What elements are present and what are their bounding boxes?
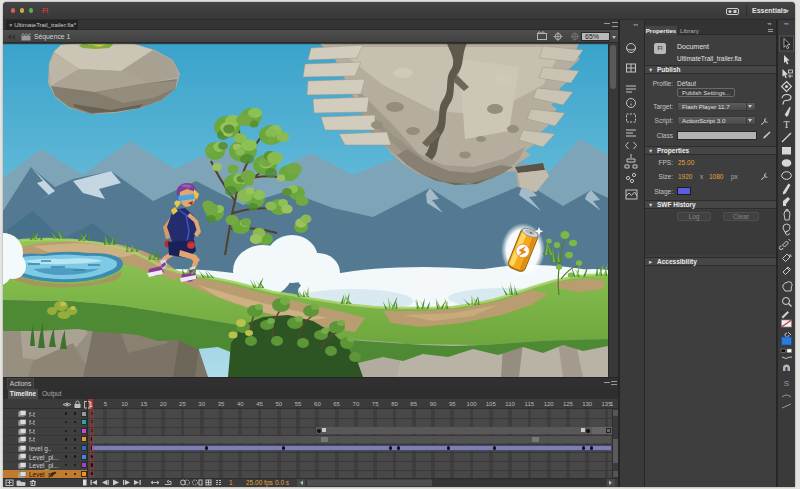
svg-text:25.00 fps: 25.00 fps (246, 479, 273, 487)
svg-text:◂◂: ◂◂ (784, 21, 789, 26)
svg-text:S: S (784, 379, 789, 388)
svg-text:0.0 s: 0.0 s (275, 479, 290, 486)
svg-text:◂◂: ◂◂ (633, 22, 638, 27)
svg-text:T: T (783, 119, 789, 130)
svg-text:1: 1 (229, 479, 233, 486)
